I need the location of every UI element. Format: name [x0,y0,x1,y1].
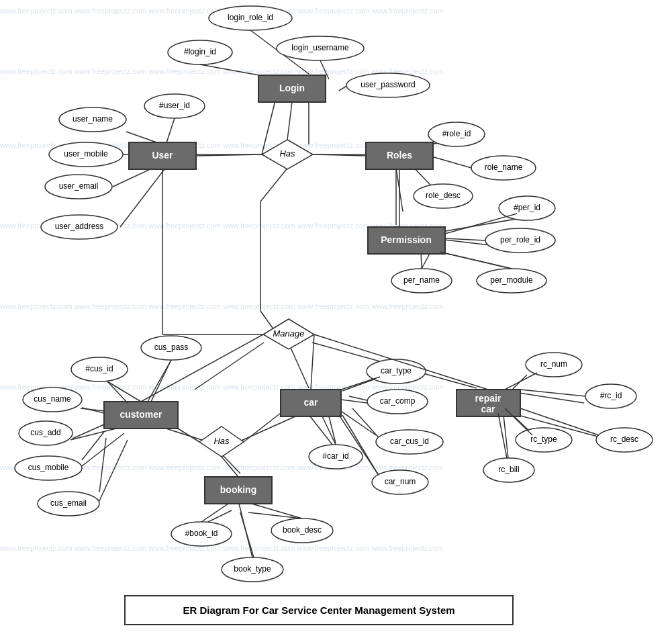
rel-has-car: Has [199,426,244,457]
svg-text:#per_id: #per_id [514,203,540,212]
attr-per-module: per_module [477,269,546,293]
attr-car-id: #car_id [309,445,363,469]
attr-cus-id: #cus_id [71,357,128,381]
svg-line-166 [178,428,199,442]
svg-text:Has: Has [279,148,295,159]
svg-text:per_role_id: per_role_id [500,235,540,244]
svg-line-177 [505,373,537,390]
svg-line-30 [260,167,289,201]
svg-text:per_name: per_name [403,275,440,285]
attr-car-cus-id: car_cus_id [376,430,443,454]
svg-text:Has: Has [213,436,230,446]
svg-text:role_desc: role_desc [426,191,461,200]
svg-text:www.freeprojectz.com         w: www.freeprojectz.com www.freeprojectz.co… [0,302,444,310]
svg-text:car_comp: car_comp [380,396,416,406]
attr-user-id: #user_id [144,94,205,118]
svg-line-185 [422,254,430,269]
caption-text: ER Diagram For Car Service Center Manage… [183,604,454,616]
attr-rc-type: rc_type [516,428,572,452]
attr-book-type: book_type [222,557,283,582]
attr-car-comp: car_comp [367,390,428,414]
svg-text:cus_name: cus_name [34,394,71,404]
attr-login-id: #login_id [168,40,232,64]
svg-line-34 [291,348,309,388]
svg-text:#user_id: #user_id [159,101,190,110]
svg-text:rc_type: rc_type [530,435,557,444]
svg-text:Login: Login [279,83,305,93]
svg-text:user_password: user_password [361,80,415,89]
svg-text:booking: booking [220,484,256,495]
svg-text:car: car [303,397,318,408]
svg-line-163 [73,424,104,439]
svg-text:login_role_id: login_role_id [228,13,273,22]
svg-text:cus_add: cus_add [30,428,60,437]
svg-line-160 [148,360,171,402]
attr-cus-add: cus_add [19,421,73,445]
svg-line-173 [341,400,367,403]
svg-text:login_username: login_username [291,43,349,52]
attr-cus-mobile: cus_mobile [15,456,82,480]
svg-text:#role_id: #role_id [442,129,471,138]
svg-text:cus_email: cus_email [50,498,87,508]
svg-text:user_email: user_email [59,181,99,191]
attr-book-id: #book_id [171,522,232,546]
entity-customer: customer [104,402,178,428]
svg-text:#cus_id: #cus_id [85,364,113,373]
attr-role-name: role_name [471,156,536,180]
svg-text:car_num: car_num [385,477,416,486]
entity-booking: booking [205,477,272,504]
attr-rc-bill: rc_bill [483,458,534,482]
entity-repair-car: repair car [457,390,520,416]
svg-text:#rc_id: #rc_id [600,391,622,400]
svg-text:User: User [152,150,173,161]
attr-user-password: user_password [346,73,430,97]
svg-line-178 [520,390,585,396]
svg-text:book_type: book_type [234,564,271,574]
attr-car-num: car_num [372,470,428,494]
rel-manage: Manage [263,319,314,349]
svg-text:user_mobile: user_mobile [64,149,108,159]
attr-rc-id: #rc_id [585,384,636,408]
attr-per-role-id: per_role_id [485,228,555,253]
attr-user-address: user_address [41,215,117,239]
svg-line-167 [244,413,281,442]
er-diagram: www.freeprojectz.com www.freeprojectz.co… [0,0,672,632]
entity-user: User [129,142,196,169]
attr-car-type: car_type [367,359,426,383]
attr-role-id: #role_id [428,122,485,146]
attr-user-name: user_name [59,107,126,132]
svg-line-55 [510,392,584,403]
svg-text:car: car [481,404,495,414]
svg-text:Permission: Permission [381,234,431,245]
svg-line-152 [287,102,292,140]
svg-text:www.freeprojectz.com         w: www.freeprojectz.com www.freeprojectz.co… [0,544,444,552]
svg-line-186 [440,252,512,269]
svg-text:rc_num: rc_num [540,359,567,369]
attr-role-desc: role_desc [414,184,473,208]
entity-car: car [281,390,341,416]
entity-login: Login [258,75,326,102]
caption-box: ER Diagram For Car Service Center Manage… [124,595,514,625]
attr-login-role-id: login_role_id [209,6,292,30]
entity-roles: Roles [366,142,433,169]
svg-text:cus_pass: cus_pass [154,343,189,352]
attr-user-mobile: user_mobile [49,142,123,167]
entity-permission: Permission [368,227,445,254]
attr-rc-desc: rc_desc [596,428,653,452]
attr-book-desc: book_desc [271,518,333,543]
svg-text:#book_id: #book_id [185,529,218,538]
svg-text:per_module: per_module [490,275,533,285]
svg-text:cus_mobile: cus_mobile [28,463,69,472]
svg-text:customer: customer [119,409,162,420]
svg-text:#car_id: #car_id [322,451,348,461]
svg-text:car_cus_id: car_cus_id [390,437,429,446]
svg-text:Manage: Manage [273,328,305,338]
attr-cus-name: cus_name [23,388,82,412]
svg-text:book_desc: book_desc [283,525,322,535]
attr-cus-email: cus_email [38,492,99,516]
svg-line-51 [329,416,336,443]
svg-text:Roles: Roles [387,150,412,161]
attr-login-username: login_username [277,36,364,60]
attr-user-email: user_email [45,175,112,199]
svg-text:user_address: user_address [55,222,104,231]
